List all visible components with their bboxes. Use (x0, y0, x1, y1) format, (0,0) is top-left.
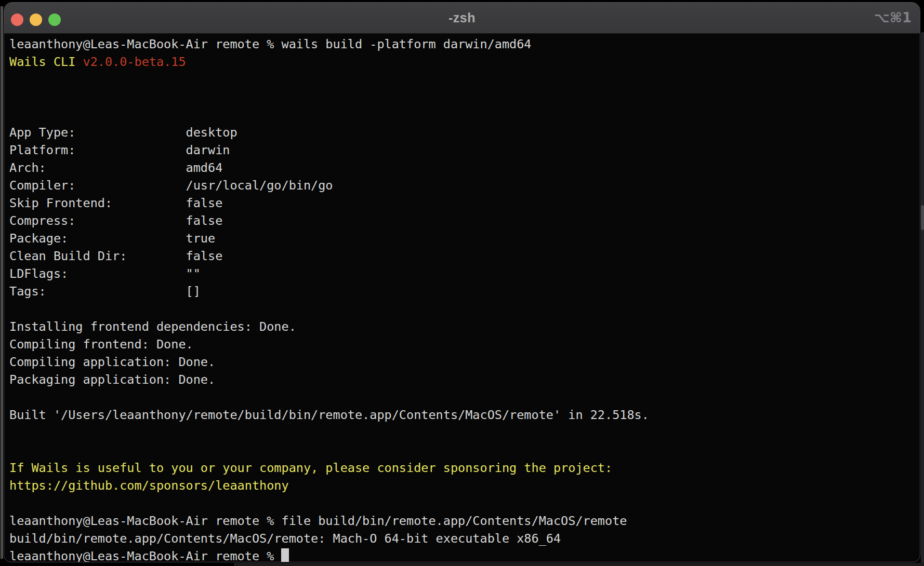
terminal-line: Platform: darwin (9, 141, 915, 159)
terminal-line: Compiler: /usr/local/go/bin/go (9, 177, 915, 194)
terminal-line (9, 88, 915, 106)
terminal-line: Built '/Users/leaanthony/remote/build/bi… (9, 406, 915, 424)
terminal-line: Wails CLI v2.0.0-beta.15 (9, 53, 915, 71)
terminal-line: build/bin/remote.app/Contents/MacOS/remo… (9, 530, 915, 547)
terminal-window: -zsh ⌥⌘1 leaanthony@Leas-MacBook-Air rem… (4, 2, 920, 562)
window-titlebar[interactable]: -zsh ⌥⌘1 (4, 3, 920, 34)
terminal-line: Compiling frontend: Done. (9, 335, 915, 353)
background-scrollbar-thumb (921, 205, 924, 230)
terminal-line: Compress: false (9, 212, 915, 230)
terminal-line: Compiling application: Done. (9, 353, 915, 371)
terminal-line: Packaging application: Done. (9, 371, 915, 388)
background-window-edge-left (0, 6, 4, 559)
terminal-line: Tags: [] (9, 282, 915, 300)
terminal-line (9, 424, 915, 441)
terminal-line: LDFlags: "" (9, 265, 915, 282)
background-window-edge-bottom (234, 563, 924, 566)
terminal-line: https://github.com/sponsors/leaanthony (9, 477, 915, 494)
terminal-output[interactable]: leaanthony@Leas-MacBook-Air remote % wai… (4, 34, 920, 562)
window-title: -zsh (4, 3, 920, 33)
terminal-text-segment: v2.0.0-beta.15 (83, 55, 186, 69)
terminal-line (9, 106, 915, 124)
terminal-line: leaanthony@Leas-MacBook-Air remote % wai… (9, 35, 915, 53)
terminal-line (9, 71, 915, 88)
terminal-line: Clean Build Dir: false (9, 247, 915, 265)
terminal-line: Installing frontend dependencies: Done. (9, 318, 915, 335)
terminal-line: Arch: amd64 (9, 159, 915, 177)
cursor (281, 548, 289, 562)
terminal-line: App Type: desktop (9, 124, 915, 141)
background-window-edge-right (921, 32, 924, 566)
terminal-line (9, 494, 915, 512)
window-shortcut-badge: ⌥⌘1 (874, 3, 912, 33)
terminal-line (9, 388, 915, 406)
terminal-line (9, 441, 915, 459)
terminal-text-segment: Wails CLI (9, 55, 83, 69)
terminal-line (9, 300, 915, 318)
terminal-line: leaanthony@Leas-MacBook-Air remote % fil… (9, 512, 915, 530)
terminal-line: Package: true (9, 230, 915, 247)
terminal-line: Skip Frontend: false (9, 194, 915, 212)
terminal-line: If Wails is useful to you or your compan… (9, 459, 915, 477)
terminal-line: leaanthony@Leas-MacBook-Air remote % (9, 547, 915, 562)
